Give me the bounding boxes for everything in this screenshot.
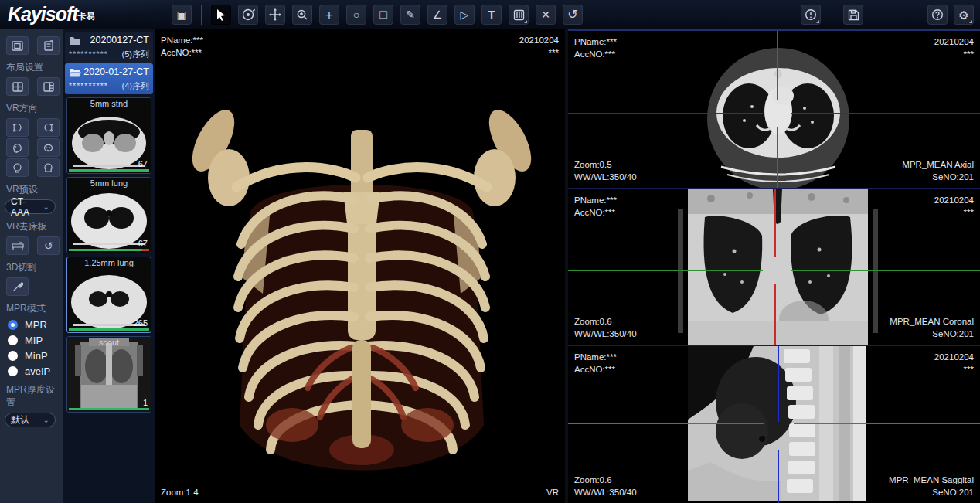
mpr-sagittal-viewport[interactable]: PName:*** AccNO:*** 20210204 *** Zoom:0.…	[568, 346, 980, 503]
window-level-icon[interactable]	[509, 5, 529, 25]
remove-bed-icon[interactable]	[6, 236, 29, 255]
scalpel-icon[interactable]	[6, 277, 29, 296]
crosshair-v-blue[interactable]	[778, 346, 779, 422]
patient-name: PName:***	[161, 34, 203, 46]
crosshair-h-green[interactable]	[794, 423, 980, 424]
crosshair-v-red[interactable]	[774, 189, 776, 257]
vr-bed-label: VR去床板	[6, 220, 63, 233]
pan-icon[interactable]	[265, 5, 285, 25]
vr-head-front-icon[interactable]	[37, 158, 60, 177]
thumbnail-label: 5mm stnd	[67, 99, 151, 108]
study-item[interactable]: 20200127-CT ********** (5)序列	[65, 32, 153, 63]
sagittal-overlay-top-right: 20210204 ***	[934, 351, 974, 376]
vr-head-left-icon[interactable]	[6, 118, 29, 137]
thumbnail-image-count: 265	[134, 318, 148, 328]
text-annotation-icon[interactable]: T	[481, 5, 502, 25]
report-panel-icon[interactable]	[37, 36, 60, 55]
scout-thumb-image	[67, 337, 151, 412]
series-thumbnail-5mm-stnd[interactable]: 5mm stnd 67	[66, 97, 151, 174]
mpr-mode-option-mpr[interactable]: MPR	[8, 319, 63, 331]
layout-split-icon[interactable]	[37, 77, 60, 96]
mpr-thickness-select[interactable]: 默认 ⌄	[5, 413, 56, 427]
radio-selected-icon	[8, 320, 18, 330]
ellipse-roi-icon[interactable]: ○	[346, 5, 366, 25]
crosshair-h-blue[interactable]	[568, 113, 763, 114]
crosshair-v-red[interactable]	[774, 284, 776, 345]
patient-masked-name: **********	[69, 81, 108, 90]
vr-head-face-icon[interactable]	[37, 138, 60, 157]
mpr-axial-viewport[interactable]: PName:*** AccNO:*** 20210204 *** Zoom:0.…	[568, 29, 980, 189]
reset-view-icon[interactable]: ↺	[563, 5, 583, 25]
thumbnail-label: 1.25mm lung	[67, 258, 151, 267]
series-thumbnail-5mm-lung[interactable]: 5mm lung 67	[66, 177, 151, 253]
crosshair-h-blue[interactable]	[791, 113, 980, 114]
bed-reset-icon[interactable]: ↺	[37, 236, 60, 255]
mpr-mode-option-aveip[interactable]: aveIP	[8, 365, 63, 377]
chevron-down-icon: ⌄	[43, 202, 49, 211]
vr-head-back-icon[interactable]	[6, 158, 29, 177]
layout-grid-icon[interactable]	[6, 77, 29, 96]
measure-pencil-icon[interactable]: ✎	[400, 5, 420, 25]
study-date: 20210204	[519, 34, 559, 46]
zoom-factor: Zoom:0.5	[574, 158, 637, 171]
thumbnail-label: scout	[67, 338, 151, 347]
toolbar-tools: ▣ + ○ □ ✎ ∠ ▷ T ✕ ↺	[172, 5, 583, 25]
vr-viewport[interactable]: PName:*** AccNO:*** 20210204 *** Zoom:1.…	[155, 29, 568, 503]
study-date: 20210204	[934, 194, 974, 206]
panel-toggle-icon[interactable]	[6, 36, 29, 55]
rect-roi-icon[interactable]: □	[373, 5, 393, 25]
vr-overlay-bottom-left: Zoom:1.4	[161, 486, 199, 498]
save-icon[interactable]	[843, 5, 863, 25]
radio-icon	[8, 335, 18, 345]
select-cursor-icon[interactable]	[211, 5, 231, 25]
series-thumbnail-scout[interactable]: scout 1	[66, 336, 151, 413]
series-browse-icon[interactable]: ▣	[172, 5, 192, 25]
toolbar-far-right: ⚙	[927, 5, 974, 25]
mpr-coronal-viewport[interactable]: PName:*** AccNO:*** 20210204 *** Zoom:0.…	[568, 189, 980, 346]
series-count: (4)序列	[122, 80, 149, 92]
study-item-selected[interactable]: 2020-01-27-CT ********** (4)序列	[65, 63, 153, 94]
vr-head-right-icon[interactable]	[37, 118, 60, 137]
series-thumbnail-125mm-lung[interactable]: 1.25mm lung 265	[66, 257, 151, 333]
axial-overlay-bottom-right: MPR_MEAN Axial SeNO:201	[902, 158, 974, 183]
vr-overlay-bottom-right: VR	[546, 486, 559, 498]
crosshair-v-red[interactable]	[777, 127, 778, 188]
angle-measure-icon[interactable]: ∠	[427, 5, 447, 25]
rotate-3d-icon[interactable]	[238, 5, 258, 25]
open-folder-icon	[69, 67, 82, 77]
chevron-down-icon: ⌄	[43, 416, 49, 424]
axial-overlay-top-left: PName:*** AccNO:***	[574, 36, 617, 60]
crosshair-h-green[interactable]	[568, 270, 763, 271]
arm-sliver	[678, 209, 683, 333]
accession-number: AccNO:***	[574, 363, 617, 376]
info-icon[interactable]	[801, 5, 821, 25]
crosshair-h-green[interactable]	[568, 423, 764, 424]
patient-masked-name: **********	[69, 49, 108, 59]
crosshair-v-blue[interactable]	[778, 450, 779, 503]
crosshair-h-green[interactable]	[791, 270, 980, 271]
crosshair-v-red[interactable]	[777, 31, 778, 100]
settings-gear-icon[interactable]: ⚙	[954, 5, 974, 25]
vr-overlay-top-left: PName:*** AccNO:***	[161, 34, 203, 59]
zoom-factor: Zoom:0.6	[574, 315, 637, 328]
vr-preset-select[interactable]: CT-AAA ⌄	[5, 199, 56, 214]
delete-annotation-icon[interactable]: ✕	[536, 5, 556, 25]
crosshair-icon[interactable]: +	[319, 5, 339, 25]
axial-overlay-top-right: 20210204 ***	[934, 36, 974, 60]
thumbnail-image-count: 67	[138, 159, 148, 168]
patient-name: PName:***	[574, 351, 617, 363]
zoom-in-icon[interactable]	[292, 5, 312, 25]
window-level-value: WW/WL:350/40	[574, 486, 637, 498]
accession-number: AccNO:***	[574, 48, 617, 60]
sagittal-overlay-bottom-left: Zoom:0.6 WW/WL:350/40	[574, 474, 637, 498]
left-toolbox: 布局设置 VR方向	[0, 29, 63, 503]
view-type-label: MPR_MEAN Saggital	[889, 474, 974, 486]
mpr-mode-option-minp[interactable]: MinP	[8, 350, 63, 362]
mpr-mode-option-mip[interactable]: MIP	[8, 335, 63, 346]
radio-icon	[8, 366, 18, 376]
help-icon[interactable]	[927, 5, 948, 25]
vr-head-top-icon[interactable]	[6, 138, 29, 157]
coronal-overlay-top-left: PName:*** AccNO:***	[574, 194, 617, 219]
layout-settings-label: 布局设置	[6, 61, 63, 74]
cobb-angle-icon[interactable]: ▷	[454, 5, 475, 25]
